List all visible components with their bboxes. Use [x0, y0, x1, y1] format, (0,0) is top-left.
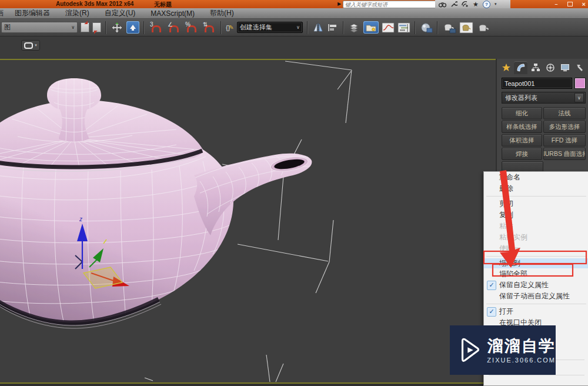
tab-modify[interactable]	[514, 61, 527, 74]
align-button[interactable]	[327, 22, 339, 34]
select-object-button[interactable]	[126, 21, 139, 34]
perspective-viewport[interactable]: z	[0, 59, 496, 384]
curve-editor-button[interactable]	[382, 22, 395, 34]
menu-item-preserve-subanim-attributes[interactable]: 保留子动画自定义属性	[484, 291, 588, 302]
menu-item-cut[interactable]: 剪切	[484, 198, 588, 209]
search-binoculars-icon[interactable]	[439, 1, 446, 8]
tab-display[interactable]	[559, 61, 572, 74]
viewport-canvas[interactable]: z	[0, 60, 496, 382]
tab-motion[interactable]	[544, 61, 557, 74]
utilities-hammer-icon	[575, 63, 584, 72]
wrench-icon[interactable]	[450, 1, 457, 8]
object-name-row: Teapot001	[497, 75, 588, 90]
menu-separator	[489, 375, 584, 375]
modifier-button-poly-select[interactable]: 多边形选择	[543, 121, 586, 133]
rendered-frame-window-button[interactable]	[459, 21, 473, 34]
dope-sheet-button[interactable]	[397, 22, 410, 34]
menu-bar: 画 图形编辑器 渲染(R) 自定义(U) MAXScript(M) 帮助(H)	[0, 8, 588, 19]
object-name-field[interactable]: Teapot001	[502, 78, 572, 89]
menu-item-on[interactable]: ✓ 打开	[484, 306, 588, 317]
menu-item-customize[interactable]: 自定义(U)	[97, 8, 143, 18]
gizmo-z-label: z	[79, 216, 82, 222]
spinner-snap-button[interactable]: ⇅	[202, 21, 216, 34]
modifier-buttons-grid: 细化 法线 样条线选择 多边形选择 体积选择 FFD 选择 焊接 NURBS 曲…	[497, 106, 588, 174]
chevron-down-icon: ∨	[71, 25, 75, 30]
menu-item-graph-editors[interactable]: 图形编辑器	[7, 8, 58, 18]
ribbon-icon	[24, 42, 33, 49]
modifier-button-vol-select[interactable]: 体积选择	[502, 134, 542, 147]
help-icon[interactable]: ?	[483, 1, 490, 8]
snap-toggle-3d-button[interactable]: 3	[149, 21, 163, 34]
graphite-modeling-toggle-button[interactable]	[363, 21, 379, 34]
title-bar: Autodesk 3ds Max 2012 x64 无标题 ▶ ★ ? ▾ – …	[0, 0, 588, 8]
window-crossing-icon[interactable]	[92, 22, 101, 32]
object-color-swatch[interactable]	[574, 78, 586, 89]
modify-icon	[516, 63, 526, 72]
menu-item-delete[interactable]: 删除	[484, 183, 588, 194]
render-production-button[interactable]	[476, 21, 490, 34]
restore-button[interactable]	[567, 2, 573, 6]
modifier-button-spline-select[interactable]: 样条线选择	[502, 121, 542, 133]
select-region-icon[interactable]	[81, 22, 89, 32]
material-editor-button[interactable]	[420, 21, 433, 34]
angle-snap-button[interactable]: ∠	[166, 21, 181, 34]
hierarchy-icon	[531, 63, 540, 72]
menu-item-rename[interactable]: 重命名	[484, 172, 588, 183]
chevron-down-icon: ▾	[35, 43, 37, 48]
tab-utilities[interactable]	[573, 61, 587, 74]
modifier-button-normal[interactable]: 法线	[543, 107, 586, 119]
help-dropdown-icon[interactable]: ▾	[495, 2, 497, 6]
favorites-star-icon[interactable]: ★	[473, 1, 479, 8]
checkmark-icon: ✓	[487, 281, 496, 290]
menu-item-collapse-all[interactable]: 塌陷全部	[484, 268, 588, 279]
render-setup-button[interactable]	[442, 21, 456, 34]
watermark-url: ZIXUE.3066.COM	[487, 357, 556, 364]
menu-item-rendering[interactable]: 渲染(R)	[58, 8, 97, 18]
pencil-icon: ✎	[229, 24, 233, 31]
modifier-button-ffd-select[interactable]: FFD 选择	[543, 134, 586, 147]
menu-item-help[interactable]: 帮助(H)	[202, 8, 242, 18]
select-and-move-icon[interactable]	[111, 21, 123, 34]
mirror-button[interactable]	[312, 22, 324, 34]
tab-hierarchy[interactable]	[529, 61, 542, 74]
menu-item-make-unique: 使唯一	[484, 243, 588, 254]
chevron-down-icon: ∨	[296, 25, 300, 30]
up-arrow-icon	[129, 24, 136, 31]
menu-item-copy[interactable]: 复制	[484, 209, 588, 221]
communication-center-icon[interactable]	[462, 1, 469, 8]
selection-filter-dropdown[interactable]: 图∨	[1, 22, 78, 33]
menu-item-collapse-to[interactable]: 塌陷到	[484, 258, 588, 268]
modifier-button-weld[interactable]: 焊接	[502, 148, 542, 160]
menu-item-preserve-custom-attributes[interactable]: ✓ 保留自定义属性	[484, 279, 588, 291]
infocenter-strip: ★ ? ▾	[435, 0, 510, 8]
watermark: 溜溜自学 ZIXUE.3066.COM	[450, 325, 556, 375]
ribbon-strip: ▾	[0, 36, 588, 59]
watermark-title: 溜溜自学	[487, 337, 556, 355]
menu-item-maxscript[interactable]: MAXScript(M)	[143, 9, 202, 18]
play-logo-icon	[457, 334, 481, 367]
modifier-button-nurbs-select[interactable]: NURBS 曲面选择	[543, 148, 586, 160]
percent-snap-button[interactable]: %	[184, 21, 199, 34]
menu-separator	[486, 256, 586, 257]
display-icon	[560, 63, 570, 72]
menu-separator	[486, 304, 586, 304]
tab-create[interactable]	[499, 61, 513, 74]
3dsmax-window: { "title_bar": { "app_title": "Autodesk …	[0, 0, 588, 386]
menu-item-animation-cut[interactable]: 画	[0, 8, 7, 18]
window-controls: – ×	[555, 0, 586, 8]
modifier-button-tessellate[interactable]: 细化	[502, 107, 542, 119]
app-title: Autodesk 3ds Max 2012 x64	[56, 1, 133, 7]
search-caret-icon[interactable]: ▶	[338, 1, 341, 6]
teapot-object[interactable]	[0, 78, 312, 328]
minimize-button[interactable]: –	[555, 1, 558, 7]
search-input[interactable]	[343, 1, 437, 8]
document-title: 无标题	[154, 1, 172, 9]
layer-manager-button[interactable]	[348, 22, 360, 34]
named-selection-set-combo[interactable]: 创建选择集∨	[237, 22, 303, 33]
edit-named-selections-button[interactable]: {}✎	[226, 24, 234, 31]
ribbon-toggle-button[interactable]: ▾	[21, 40, 40, 51]
close-button[interactable]: ×	[582, 1, 586, 8]
modifier-list-dropdown[interactable]: 修改器列表 ∨	[502, 92, 586, 104]
main-toolbar: 图∨ 3 ∠ % ⇅ {}✎ 创建选择集∨	[0, 19, 588, 36]
folder-icon	[366, 24, 376, 32]
